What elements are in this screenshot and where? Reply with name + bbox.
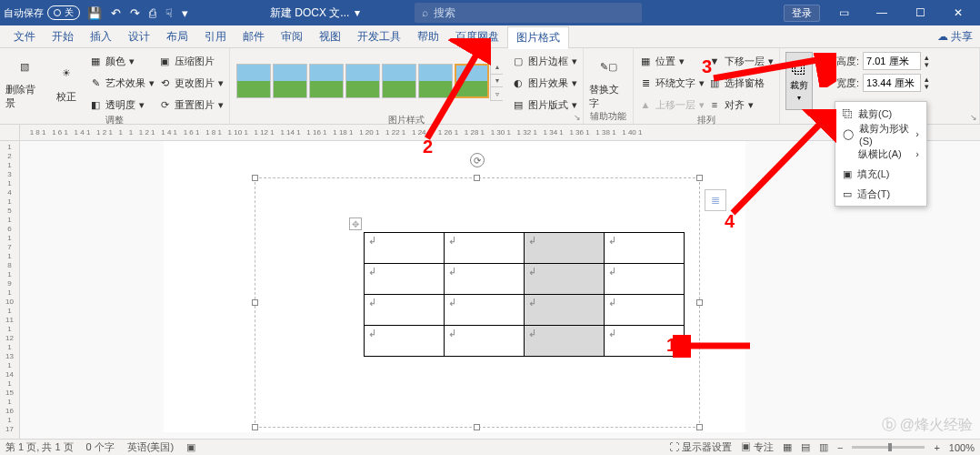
crop-menu-shape[interactable]: ◯裁剪为形状(S)› xyxy=(835,124,926,144)
tab-insert[interactable]: 插入 xyxy=(82,25,120,48)
style-thumb-7[interactable] xyxy=(455,64,489,98)
close-icon[interactable]: ✕ xyxy=(940,0,976,25)
cell[interactable]: ↲ xyxy=(445,233,525,264)
cell[interactable]: ↲ xyxy=(525,326,605,357)
cell[interactable]: ↲ xyxy=(525,264,605,295)
zoom-in-icon[interactable]: + xyxy=(934,442,939,453)
handle-n[interactable] xyxy=(474,175,480,181)
status-page[interactable]: 第 1 页, 共 1 页 xyxy=(5,440,74,454)
status-display[interactable]: ⛶ 显示器设置 xyxy=(669,440,732,454)
send-back-button[interactable]: ▼下移一层 ▾ xyxy=(708,52,774,70)
styles-launcher-icon[interactable]: ↘ xyxy=(574,113,581,122)
change-picture-button[interactable]: ⟲更改图片 ▾ xyxy=(158,74,224,92)
ruler-horizontal[interactable]: 1 8 1 1 6 1 1 4 1 1 2 1 1 1 1 2 1 1 4 1 … xyxy=(0,125,980,141)
view-web-icon[interactable]: ▥ xyxy=(819,441,828,453)
undo-icon[interactable]: ↶ xyxy=(111,6,121,20)
tab-file[interactable]: 文件 xyxy=(5,25,44,48)
position-button[interactable]: ▦位置 ▾ xyxy=(639,52,705,70)
minimize-icon[interactable]: — xyxy=(864,0,900,25)
cell[interactable]: ↲ xyxy=(605,264,685,295)
status-focus[interactable]: ▣ 专注 xyxy=(741,440,774,454)
corrections-button[interactable]: ☀校正 xyxy=(47,52,85,110)
zoom-out-icon[interactable]: − xyxy=(837,442,843,453)
qat-more-icon[interactable]: ▾ xyxy=(182,6,188,20)
compress-button[interactable]: ▣压缩图片 xyxy=(158,52,224,70)
page-canvas[interactable]: ⟳ ≣ ✥ ↲↲↲↲ ↲↲↲↲ ↲↲↲↲ ↲↲↲↲ xyxy=(164,141,745,432)
remove-background-button[interactable]: ▧删除背景 xyxy=(5,52,44,110)
picture-effects-button[interactable]: ◐图片效果 ▾ xyxy=(512,74,577,92)
view-read-icon[interactable]: ▤ xyxy=(801,441,810,453)
tab-picture-format[interactable]: 图片格式 xyxy=(507,26,569,49)
crop-button[interactable]: ⿻ 裁剪 ▾ xyxy=(785,52,813,110)
tab-home[interactable]: 开始 xyxy=(44,25,82,48)
picture-border-button[interactable]: ▢图片边框 ▾ xyxy=(512,52,577,70)
style-thumb-3[interactable] xyxy=(309,64,344,98)
autosave-pill[interactable]: 关 xyxy=(47,5,80,20)
cell[interactable]: ↲ xyxy=(365,326,445,357)
crop-menu-ratio[interactable]: 纵横比(A)› xyxy=(835,144,926,164)
tab-layout[interactable]: 布局 xyxy=(158,25,196,48)
width-stepper[interactable]: ▴▾ xyxy=(925,76,929,90)
cell[interactable]: ↲ xyxy=(605,295,685,326)
handle-e[interactable] xyxy=(696,299,703,306)
picture-layout-button[interactable]: ▤图片版式 ▾ xyxy=(512,96,577,114)
cell[interactable]: ↲ xyxy=(365,295,445,326)
cell[interactable]: ↲ xyxy=(445,264,525,295)
handle-s[interactable] xyxy=(474,424,480,430)
transparency-button[interactable]: ◧透明度 ▾ xyxy=(89,96,155,114)
cell[interactable]: ↲ xyxy=(605,326,685,357)
cell[interactable]: ↲ xyxy=(525,233,605,264)
view-print-icon[interactable]: ▦ xyxy=(783,441,792,453)
redo-icon[interactable]: ↷ xyxy=(130,6,140,20)
crop-menu-fit[interactable]: ▭适合(T) xyxy=(835,184,926,204)
tab-references[interactable]: 引用 xyxy=(196,25,235,48)
crop-menu-fill[interactable]: ▣填充(L) xyxy=(835,164,926,184)
layout-options-icon[interactable]: ≣ xyxy=(705,189,726,211)
status-lang[interactable]: 英语(美国) xyxy=(127,440,174,454)
cell[interactable]: ↲ xyxy=(365,264,445,295)
tab-review[interactable]: 审阅 xyxy=(273,25,311,48)
save-icon[interactable]: 💾 xyxy=(87,6,102,20)
color-button[interactable]: ▦颜色 ▾ xyxy=(89,52,155,70)
tab-design[interactable]: 设计 xyxy=(120,25,158,48)
zoom-slider[interactable] xyxy=(852,446,925,449)
selection-pane-button[interactable]: ▥选择窗格 xyxy=(708,74,774,92)
tab-view[interactable]: 视图 xyxy=(311,25,349,48)
cell[interactable]: ↲ xyxy=(525,295,605,326)
artistic-button[interactable]: ✎艺术效果 ▾ xyxy=(89,74,155,92)
tab-mailings[interactable]: 邮件 xyxy=(235,25,273,48)
table-move-handle-icon[interactable]: ✥ xyxy=(349,217,362,230)
ruler-vertical[interactable]: 1213141516171819110111112113114115116117 xyxy=(0,141,20,439)
cell[interactable]: ↲ xyxy=(605,233,685,264)
handle-nw[interactable] xyxy=(252,175,258,181)
handle-sw[interactable] xyxy=(252,424,258,430)
alt-text-button[interactable]: ✎▢替换文字 xyxy=(589,52,627,110)
gallery-scroll[interactable]: ▴▾▿ xyxy=(490,61,503,101)
autosave-toggle[interactable]: 自动保存 关 xyxy=(4,5,80,20)
rotate-handle-icon[interactable]: ⟳ xyxy=(470,153,485,167)
status-words[interactable]: 0 个字 xyxy=(86,440,115,454)
zoom-value[interactable]: 100% xyxy=(949,442,975,453)
maximize-icon[interactable]: ☐ xyxy=(902,0,938,25)
table-object[interactable]: ✥ ↲↲↲↲ ↲↲↲↲ ↲↲↲↲ ↲↲↲↲ xyxy=(364,232,685,357)
cell[interactable]: ↲ xyxy=(445,326,525,357)
tab-developer[interactable]: 开发工具 xyxy=(349,25,409,48)
cell[interactable]: ↲ xyxy=(445,295,525,326)
style-thumb-1[interactable] xyxy=(236,64,271,98)
wrap-text-button[interactable]: ≣环绕文字 ▾ xyxy=(639,74,705,92)
style-thumb-6[interactable] xyxy=(418,64,453,98)
content-table[interactable]: ↲↲↲↲ ↲↲↲↲ ↲↲↲↲ ↲↲↲↲ xyxy=(364,232,685,357)
style-thumb-4[interactable] xyxy=(345,64,380,98)
search-box[interactable]: ⌕ 搜索 xyxy=(415,3,642,23)
height-stepper[interactable]: ▴▾ xyxy=(925,54,929,68)
share-button[interactable]: ☁ 共享 xyxy=(937,29,973,45)
login-button[interactable]: 登录 xyxy=(784,5,820,22)
handle-ne[interactable] xyxy=(696,175,703,181)
width-input[interactable] xyxy=(863,74,921,92)
document-title[interactable]: 新建 DOCX 文...▾ xyxy=(270,5,360,21)
ribbon-options-icon[interactable]: ▭ xyxy=(825,0,862,25)
bring-forward-button[interactable]: ▲上移一层 ▾ xyxy=(639,96,705,114)
print-icon[interactable]: ⎙ xyxy=(149,6,156,20)
tab-baidu[interactable]: 百度网盘 xyxy=(447,25,507,48)
style-thumb-2[interactable] xyxy=(273,64,307,98)
